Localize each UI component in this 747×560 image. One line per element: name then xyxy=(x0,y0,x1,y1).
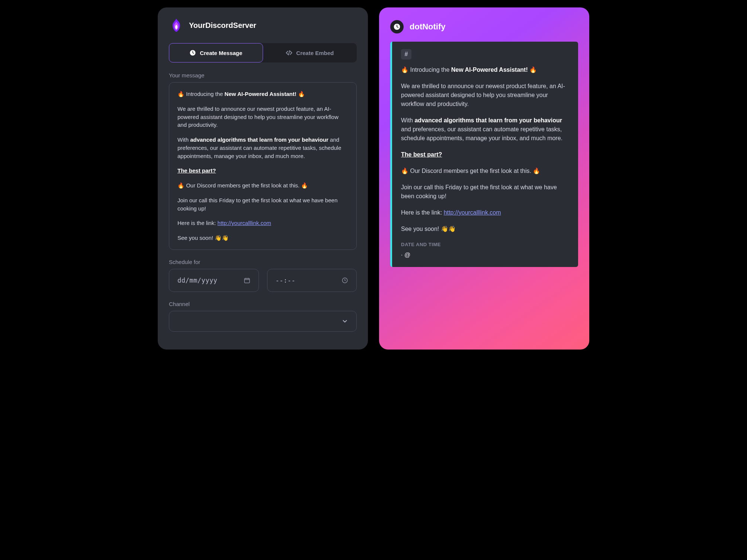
preview-card: # 🔥 Introducing the New AI-Powered Assis… xyxy=(390,42,578,267)
tab-create-embed-label: Create Embed xyxy=(296,50,334,56)
date-input[interactable]: dd/mm/yyyy xyxy=(169,269,259,292)
editor-panel: YourDiscordServer Create Message Create … xyxy=(158,7,368,350)
svg-rect-1 xyxy=(244,279,250,283)
channel-hash-icon: # xyxy=(401,49,411,59)
msg-link[interactable]: http://yourcalllink.com xyxy=(218,220,271,226)
server-logo-flame-icon xyxy=(169,18,184,33)
tab-create-message-label: Create Message xyxy=(200,50,242,56)
date-placeholder: dd/mm/yyyy xyxy=(177,277,217,284)
clock-icon xyxy=(189,49,196,56)
pv-para-3: With advanced algorithms that learn from… xyxy=(401,116,569,143)
pv-para-6: Join our call this Friday to get the fir… xyxy=(401,183,569,201)
date-time-value: · @ xyxy=(401,251,569,260)
tab-create-message[interactable]: Create Message xyxy=(169,43,263,62)
time-input[interactable]: --:-- xyxy=(267,269,357,292)
pv-line-1: 🔥 Introducing the New AI-Powered Assista… xyxy=(401,65,569,74)
message-textarea[interactable]: 🔥 Introducing the New AI-Powered Assista… xyxy=(169,82,357,250)
channel-select[interactable] xyxy=(169,311,357,332)
tabs: Create Message Create Embed xyxy=(169,43,357,62)
msg-see-you: See you soon! 👋👋 xyxy=(177,234,348,242)
bot-avatar xyxy=(390,20,404,33)
your-message-label: Your message xyxy=(169,72,357,78)
preview-panel: dotNotify # 🔥 Introducing the New AI-Pow… xyxy=(379,7,589,350)
calendar-icon xyxy=(244,277,250,284)
channel-label: Channel xyxy=(169,301,357,307)
msg-best-part: The best part? xyxy=(177,167,348,175)
schedule-for-label: Schedule for xyxy=(169,259,357,265)
pv-para-2: We are thrilled to announce our newest p… xyxy=(401,82,569,109)
pv-best-part: The best part? xyxy=(401,150,569,159)
pv-see-you: See you soon! 👋👋 xyxy=(401,225,569,234)
clock-solid-icon xyxy=(393,23,401,30)
schedule-row: dd/mm/yyyy --:-- xyxy=(169,269,357,292)
bot-header: dotNotify xyxy=(390,20,578,33)
clock-outline-icon xyxy=(342,277,348,284)
msg-link-line: Here is the link: http://yourcalllink.co… xyxy=(177,219,348,227)
msg-para-2: We are thrilled to announce our newest p… xyxy=(177,105,348,129)
time-placeholder: --:-- xyxy=(276,277,296,284)
server-name: YourDiscordServer xyxy=(189,21,256,30)
msg-para-3: With advanced algorithms that learn from… xyxy=(177,136,348,160)
app-root: YourDiscordServer Create Message Create … xyxy=(158,7,589,350)
chevron-down-icon xyxy=(342,318,348,325)
server-header: YourDiscordServer xyxy=(169,18,357,33)
tab-create-embed[interactable]: Create Embed xyxy=(263,43,357,62)
bot-name: dotNotify xyxy=(410,22,446,32)
pv-link[interactable]: http://yourcalllink.com xyxy=(444,209,501,216)
code-icon xyxy=(286,49,292,56)
pv-link-line: Here is the link: http://yourcalllink.co… xyxy=(401,208,569,217)
pv-para-5: 🔥 Our Discord members get the first look… xyxy=(401,167,569,176)
msg-line-1: 🔥 Introducing the New AI-Powered Assista… xyxy=(177,90,348,98)
msg-para-6: Join our call this Friday to get the fir… xyxy=(177,196,348,213)
date-time-label: DATE AND TIME xyxy=(401,241,569,248)
msg-para-5: 🔥 Our Discord members get the first look… xyxy=(177,181,348,190)
